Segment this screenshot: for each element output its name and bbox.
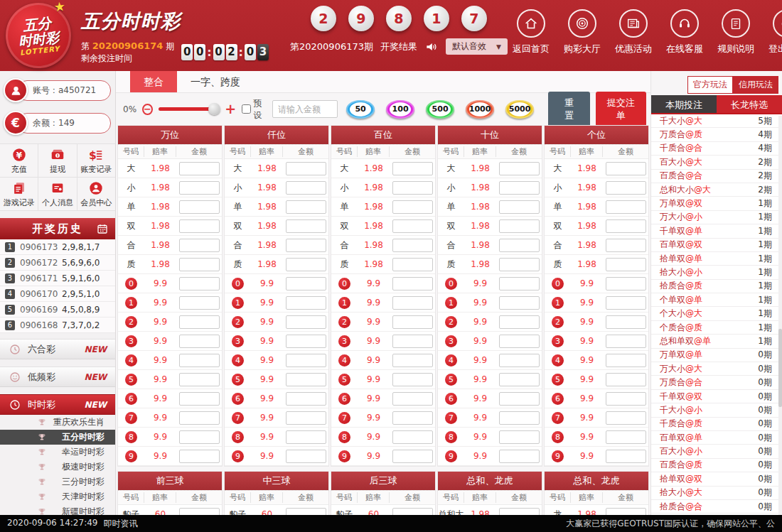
speaker-icon[interactable]: [424, 40, 439, 54]
bet-amount-input[interactable]: [179, 277, 220, 291]
streak-row[interactable]: 拾单双@单1期: [651, 252, 782, 266]
chip-1000[interactable]: 1000: [466, 100, 494, 119]
streak-row[interactable]: 千大小@大5期: [651, 114, 782, 128]
bet-amount-input[interactable]: [499, 277, 540, 291]
bet-amount-input[interactable]: [179, 200, 220, 214]
bet-amount-input[interactable]: [286, 200, 326, 214]
bet-amount-input[interactable]: [392, 258, 433, 271]
bet-amount-input[interactable]: [606, 392, 646, 406]
streak-row[interactable]: 百大小@大2期: [651, 156, 782, 169]
bet-amount-input[interactable]: [606, 508, 646, 516]
sidebar-submenu-item-1[interactable]: 五分时时彩: [0, 430, 115, 445]
scrollbar-thumb[interactable]: [778, 329, 782, 407]
bet-amount-input[interactable]: [499, 508, 540, 516]
bet-amount-input[interactable]: [286, 162, 326, 175]
bet-amount-input[interactable]: [499, 450, 540, 463]
bet-amount-input[interactable]: [606, 162, 646, 175]
quick-account-records-button[interactable]: $账变记录: [77, 144, 115, 177]
streak-row[interactable]: 万大小@大0期: [651, 362, 782, 376]
bet-amount-input[interactable]: [392, 239, 433, 252]
bet-amount-input[interactable]: [179, 315, 220, 329]
streak-row[interactable]: 拾质合@质1期: [651, 280, 782, 293]
bet-amount-input[interactable]: [286, 335, 326, 348]
bet-amount-input[interactable]: [286, 430, 326, 444]
bet-amount-input[interactable]: [499, 430, 540, 444]
bet-amount-input[interactable]: [286, 296, 326, 310]
nav-item-logout[interactable]: 登出账号: [764, 9, 782, 71]
bet-amount-input[interactable]: [286, 219, 326, 233]
bet-amount-input[interactable]: [392, 162, 433, 175]
bet-amount-input[interactable]: [179, 296, 220, 310]
streak-row[interactable]: 百单双@单0期: [651, 431, 782, 445]
bet-amount-input[interactable]: [286, 315, 326, 329]
bet-amount-input[interactable]: [392, 450, 433, 463]
bet-amount-input[interactable]: [392, 219, 433, 233]
nav-item-promotions[interactable]: 优惠活动: [610, 9, 657, 71]
bet-amount-input[interactable]: [499, 181, 540, 195]
bet-amount-input[interactable]: [392, 392, 433, 406]
quick-withdraw-button[interactable]: 提现: [38, 144, 76, 177]
play-mode-button-1[interactable]: 信用玩法: [733, 76, 778, 94]
bet-amount-input[interactable]: [286, 508, 326, 516]
rebate-slider[interactable]: [159, 107, 219, 111]
bet-amount-input[interactable]: [606, 277, 646, 291]
sidebar-menu-item-1[interactable]: 低频彩NEW: [0, 367, 115, 387]
submit-button[interactable]: 提交注单: [596, 92, 646, 127]
bet-amount-input[interactable]: [286, 181, 326, 195]
bet-amount-input[interactable]: [286, 373, 326, 386]
bet-amount-input[interactable]: [606, 335, 646, 348]
bet-amount-input[interactable]: [392, 430, 433, 444]
streak-row[interactable]: 万质合@质4期: [651, 128, 782, 141]
bet-amount-input[interactable]: [286, 277, 326, 291]
bet-amount-input[interactable]: [499, 219, 540, 233]
chip-500[interactable]: 500: [426, 100, 454, 119]
quick-messages-button[interactable]: 个人消息: [38, 178, 76, 210]
bet-amount-input[interactable]: [392, 335, 433, 348]
streak-row[interactable]: 个质合@质1期: [651, 321, 782, 335]
bet-amount-input[interactable]: [392, 181, 433, 195]
bet-amount-input[interactable]: [499, 296, 540, 310]
sidebar-submenu-item-2[interactable]: 幸运时时彩: [0, 445, 115, 460]
bet-amount-input[interactable]: [606, 296, 646, 310]
bet-amount-input[interactable]: [392, 315, 433, 329]
bet-amount-input[interactable]: [606, 354, 646, 367]
bet-amount-input[interactable]: [286, 239, 326, 252]
bet-amount-input[interactable]: [499, 162, 540, 175]
bet-amount-input[interactable]: [499, 373, 540, 386]
streak-row[interactable]: 拾大小@小1期: [651, 266, 782, 279]
bet-amount-input[interactable]: [179, 162, 220, 175]
streak-row[interactable]: 拾大小@大0期: [651, 487, 782, 500]
sidebar-submenu-item-5[interactable]: 天津时时彩: [0, 489, 115, 504]
streak-row[interactable]: 万单双@单0期: [651, 349, 782, 362]
slider-knob[interactable]: [208, 103, 220, 115]
bet-amount-input[interactable]: [392, 373, 433, 386]
right-tab-1[interactable]: 长龙特选: [717, 95, 782, 113]
chip-5000[interactable]: 5000: [505, 100, 534, 119]
nav-item-home[interactable]: 返回首页: [508, 9, 555, 71]
slider-minus-button[interactable]: −: [142, 104, 153, 115]
bet-amount-input[interactable]: [606, 411, 646, 425]
site-logo[interactable]: 五分 时时彩 LOTTERY ★: [2, 0, 74, 72]
bet-amount-input[interactable]: [606, 373, 646, 386]
bet-amount-input[interactable]: [286, 411, 326, 425]
streak-row[interactable]: 个单双@单1期: [651, 293, 782, 307]
bet-amount-input[interactable]: [179, 335, 220, 348]
bet-amount-input[interactable]: [179, 508, 220, 516]
quick-game-records-button[interactable]: 游戏记录: [0, 178, 38, 210]
streak-row[interactable]: 千单双@双0期: [651, 390, 782, 403]
slider-plus-button[interactable]: +: [225, 102, 236, 116]
bet-amount-input[interactable]: [499, 411, 540, 425]
bet-amount-input[interactable]: [392, 508, 433, 516]
preset-checkbox[interactable]: [242, 104, 251, 114]
main-tab-1[interactable]: 一字、跨度: [177, 71, 254, 92]
nav-item-rules[interactable]: 规则说明: [712, 9, 759, 71]
sidebar-menu-item-2[interactable]: 时时彩NEW: [0, 394, 115, 415]
streak-row[interactable]: 万单双@双1期: [651, 197, 782, 210]
chip-50[interactable]: 50: [346, 100, 375, 119]
sidebar-submenu-item-3[interactable]: 极速时时彩: [0, 460, 115, 474]
reset-button[interactable]: 重置: [548, 92, 590, 127]
bet-amount-input[interactable]: [179, 411, 220, 425]
bet-amount-input[interactable]: [286, 258, 326, 271]
sidebar-menu-item-0[interactable]: 六合彩NEW: [0, 339, 115, 359]
scrollbar-track[interactable]: [778, 116, 782, 515]
